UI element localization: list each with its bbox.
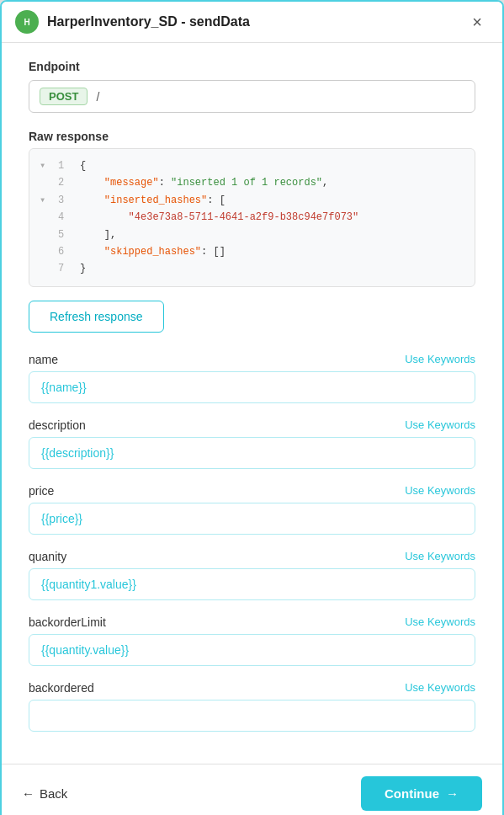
back-label: Back	[40, 786, 67, 801]
svg-text:H: H	[24, 18, 29, 27]
continue-button[interactable]: Continue →	[361, 776, 482, 811]
field-section-backorderLimit: backorderLimitUse Keywords	[29, 615, 475, 666]
field-section-name: nameUse Keywords	[29, 353, 475, 403]
code-content-1: {	[80, 157, 86, 174]
raw-response-block: ▾ 1 { 2 "message": "inserted 1 of 1 reco…	[29, 148, 475, 287]
use-keywords-name[interactable]: Use Keywords	[405, 353, 475, 365]
linenum-2: 2	[58, 174, 70, 191]
field-header-quanity: quanityUse Keywords	[29, 550, 475, 563]
code-line-1: ▾ 1 {	[40, 157, 464, 174]
footer: ← Back Continue →	[2, 764, 502, 815]
field-name-price: price	[29, 484, 54, 498]
field-section-backordered: backorderedUse Keywords	[29, 681, 475, 732]
arrow-1: ▾	[40, 157, 48, 174]
field-input-name[interactable]	[29, 371, 475, 403]
main-window: H HarperInventory_SD - sendData × Endpoi…	[0, 0, 504, 815]
app-icon: H	[15, 10, 39, 34]
use-keywords-backordered[interactable]: Use Keywords	[405, 681, 475, 694]
field-section-quanity: quanityUse Keywords	[29, 550, 475, 600]
window-title: HarperInventory_SD - sendData	[47, 14, 457, 29]
code-content-7: }	[80, 260, 86, 277]
code-line-2: 2 "message": "inserted 1 of 1 records",	[40, 174, 464, 191]
linenum-7: 7	[58, 260, 70, 277]
linenum-3: 3	[58, 192, 70, 209]
endpoint-label: Endpoint	[29, 60, 475, 73]
code-content-5: ],	[80, 226, 116, 243]
field-name-quanity: quanity	[29, 550, 66, 563]
code-line-7: 7 }	[40, 260, 464, 277]
arrow-4	[40, 209, 48, 226]
code-line-4: 4 "4e3e73a8-5711-4641-a2f9-b38c94e7f073"	[40, 209, 464, 226]
code-line-6: 6 "skipped_hashes": []	[40, 243, 464, 260]
arrow-7	[40, 260, 48, 277]
method-badge: POST	[40, 88, 88, 105]
fields-container: nameUse KeywordsdescriptionUse Keywordsp…	[29, 353, 475, 732]
code-content-6: "skipped_hashes": []	[80, 243, 225, 260]
continue-label: Continue	[385, 786, 439, 801]
back-arrow-icon: ←	[22, 786, 34, 801]
use-keywords-quanity[interactable]: Use Keywords	[405, 550, 475, 562]
use-keywords-description[interactable]: Use Keywords	[405, 418, 475, 431]
field-section-price: priceUse Keywords	[29, 484, 475, 535]
field-name-description: description	[29, 418, 86, 432]
field-header-description: descriptionUse Keywords	[29, 418, 475, 432]
linenum-6: 6	[58, 243, 70, 260]
content-area: Endpoint POST / Raw response ▾ 1 { 2 "me…	[2, 43, 502, 764]
refresh-response-button[interactable]: Refresh response	[29, 301, 164, 333]
linenum-1: 1	[58, 157, 70, 174]
close-button[interactable]: ×	[465, 10, 489, 34]
endpoint-box: POST /	[29, 80, 475, 113]
linenum-5: 5	[58, 226, 70, 243]
use-keywords-price[interactable]: Use Keywords	[405, 484, 475, 497]
endpoint-path: /	[96, 90, 99, 104]
continue-arrow-icon: →	[446, 786, 459, 801]
field-header-backorderLimit: backorderLimitUse Keywords	[29, 615, 475, 629]
field-name-backorderLimit: backorderLimit	[29, 615, 106, 629]
field-name-backordered: backordered	[29, 681, 94, 695]
field-input-backorderLimit[interactable]	[29, 634, 475, 666]
field-input-description[interactable]	[29, 437, 475, 469]
arrow-3: ▾	[40, 192, 48, 209]
code-line-5: 5 ],	[40, 226, 464, 243]
field-header-name: nameUse Keywords	[29, 353, 475, 366]
use-keywords-backorderLimit[interactable]: Use Keywords	[405, 615, 475, 628]
field-header-price: priceUse Keywords	[29, 484, 475, 498]
code-line-3: ▾ 3 "inserted_hashes": [	[40, 192, 464, 209]
code-content-4: "4e3e73a8-5711-4641-a2f9-b38c94e7f073"	[80, 209, 358, 226]
field-name-name: name	[29, 353, 58, 366]
back-button[interactable]: ← Back	[22, 786, 67, 801]
field-input-backordered[interactable]	[29, 700, 475, 732]
arrow-6	[40, 243, 48, 260]
field-section-description: descriptionUse Keywords	[29, 418, 475, 469]
raw-response-label: Raw response	[29, 130, 475, 143]
titlebar: H HarperInventory_SD - sendData ×	[2, 2, 502, 43]
code-content-3: "inserted_hashes": [	[80, 192, 225, 209]
arrow-5	[40, 226, 48, 243]
code-content-2: "message": "inserted 1 of 1 records",	[80, 174, 328, 191]
field-header-backordered: backorderedUse Keywords	[29, 681, 475, 695]
field-input-quanity[interactable]	[29, 568, 475, 600]
linenum-4: 4	[58, 209, 70, 226]
field-input-price[interactable]	[29, 503, 475, 535]
arrow-2	[40, 174, 48, 191]
